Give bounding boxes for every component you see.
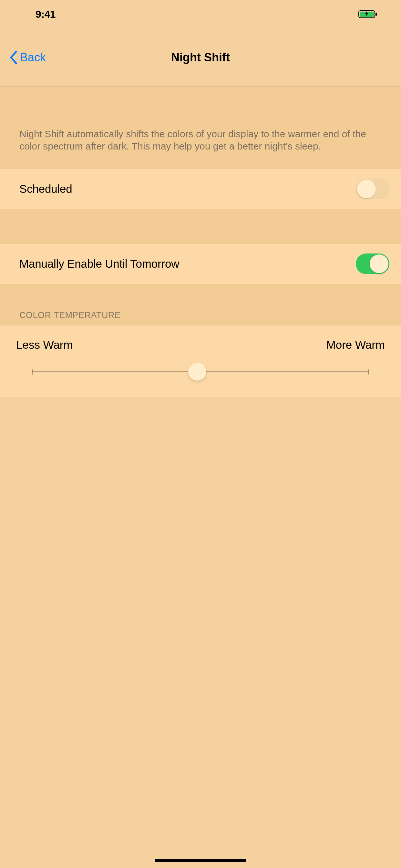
slider-labels: Less Warm More Warm <box>16 338 385 351</box>
section-gap: COLOR TEMPERATURE <box>0 284 401 326</box>
navigation-bar: Back Night Shift <box>0 28 401 87</box>
less-warm-label: Less Warm <box>16 338 73 351</box>
status-right <box>359 10 385 18</box>
manual-enable-row[interactable]: Manually Enable Until Tomorrow <box>0 244 401 284</box>
scheduled-row[interactable]: Scheduled <box>0 169 401 209</box>
slider-tick-left <box>32 369 33 375</box>
bolt-icon <box>365 11 368 18</box>
manual-enable-label: Manually Enable Until Tomorrow <box>19 257 179 270</box>
description-text: Night Shift automatically shifts the col… <box>0 87 401 169</box>
scheduled-label: Scheduled <box>19 182 72 195</box>
color-temperature-row: Less Warm More Warm <box>0 326 401 397</box>
color-temperature-header: COLOR TEMPERATURE <box>0 284 401 326</box>
slider-tick-right <box>368 369 369 375</box>
toggle-knob <box>370 254 389 273</box>
section-gap <box>0 209 401 244</box>
status-time: 9:41 <box>35 8 56 20</box>
status-bar: 9:41 <box>0 0 401 28</box>
manual-enable-toggle[interactable] <box>356 253 390 274</box>
more-warm-label: More Warm <box>327 338 385 351</box>
page-title: Night Shift <box>171 51 230 64</box>
chevron-left-icon <box>10 51 18 64</box>
toggle-knob <box>357 180 376 198</box>
back-label: Back <box>20 51 46 64</box>
battery-charging-icon <box>359 10 375 18</box>
battery-fill <box>360 11 374 17</box>
section-gap: Night Shift automatically shifts the col… <box>0 87 401 169</box>
home-indicator[interactable] <box>155 859 246 862</box>
scheduled-toggle[interactable] <box>356 179 390 199</box>
warmth-slider[interactable] <box>32 371 369 373</box>
back-button[interactable]: Back <box>10 51 46 64</box>
slider-knob[interactable] <box>188 363 206 381</box>
